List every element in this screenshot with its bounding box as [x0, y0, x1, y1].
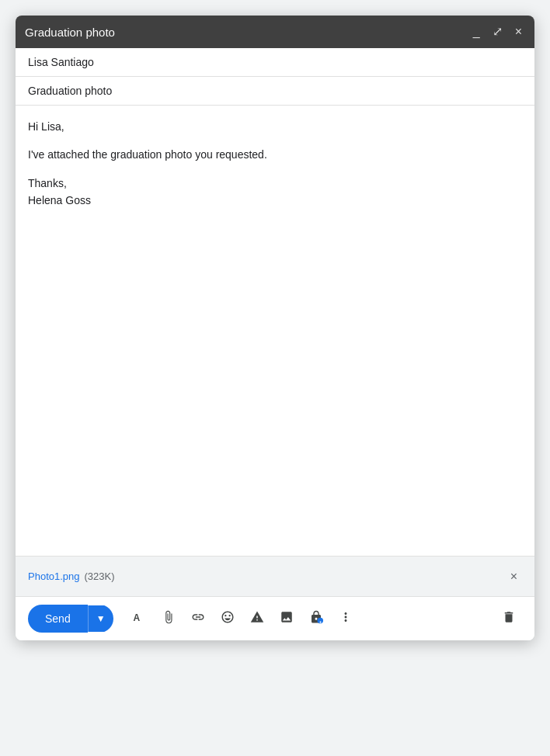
to-value: Lisa Santiago: [28, 56, 94, 68]
attachment-remove-button[interactable]: ×: [506, 568, 522, 585]
window-title: Graduation photo: [25, 26, 115, 39]
trash-icon: [502, 610, 516, 628]
subject-field-row[interactable]: Graduation photo: [16, 77, 534, 106]
confidential-button[interactable]: +: [303, 605, 329, 632]
drive-button[interactable]: [244, 605, 270, 632]
formatting-button[interactable]: A: [126, 605, 152, 632]
delete-button[interactable]: [496, 605, 522, 632]
send-dropdown-button[interactable]: ▼: [88, 605, 113, 632]
more-options-icon: [339, 610, 353, 628]
attachment-filename: Photo1.png: [28, 570, 80, 582]
svg-text:A: A: [133, 612, 140, 622]
minimize-button[interactable]: _: [470, 24, 483, 40]
photo-button[interactable]: [273, 605, 300, 632]
to-field-row[interactable]: Lisa Santiago: [16, 48, 534, 77]
lock-icon: +: [309, 610, 323, 628]
title-bar-actions: _ ⤢ ×: [470, 24, 525, 40]
insert-link-button[interactable]: [185, 605, 211, 632]
title-bar: Graduation photo _ ⤢ ×: [16, 16, 534, 48]
toolbar: Send ▼ A: [16, 596, 534, 640]
send-button[interactable]: Send: [28, 605, 88, 633]
expand-button[interactable]: ⤢: [489, 24, 506, 40]
close-button[interactable]: ×: [512, 24, 525, 40]
send-dropdown-icon: ▼: [96, 613, 106, 624]
link-icon: [191, 610, 205, 628]
send-button-group: Send ▼: [28, 605, 113, 633]
emoji-button[interactable]: [214, 605, 241, 632]
attachment-size: (323K): [85, 570, 115, 582]
drive-icon: [250, 610, 264, 628]
closing-line: Thanks, Helena Goss: [28, 175, 522, 210]
photo-icon: [280, 610, 294, 628]
greeting-line: Hi Lisa,: [28, 118, 522, 135]
subject-value: Graduation photo: [28, 85, 112, 97]
attach-file-icon: [162, 610, 176, 628]
formatting-icon: A: [132, 610, 146, 628]
attach-file-button[interactable]: [155, 605, 182, 632]
attachment-bar: Photo1.png (323K) ×: [16, 556, 534, 596]
attachment-info: Photo1.png (323K): [28, 570, 115, 582]
body-line: I've attached the graduation photo you r…: [28, 146, 522, 163]
compose-body[interactable]: Hi Lisa, I've attached the graduation ph…: [16, 106, 534, 556]
svg-text:+: +: [319, 619, 322, 623]
emoji-icon: [221, 610, 235, 628]
more-options-button[interactable]: [332, 605, 359, 632]
compose-window: Graduation photo _ ⤢ × Lisa Santiago Gra…: [16, 16, 534, 640]
